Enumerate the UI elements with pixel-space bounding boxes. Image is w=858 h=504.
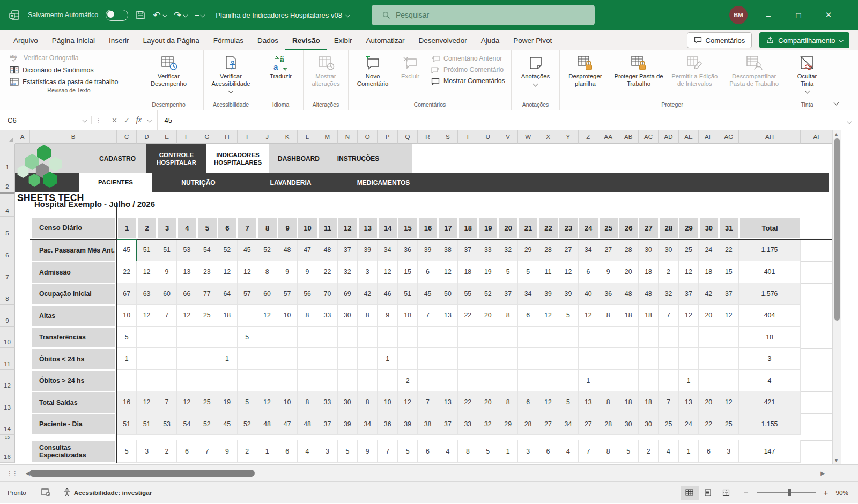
zoom-in-button[interactable]: + xyxy=(822,488,836,497)
row-header-16[interactable]: 16 xyxy=(0,440,15,463)
cell[interactable]: 32 xyxy=(498,239,518,261)
cell[interactable]: 12 xyxy=(558,261,578,283)
cell[interactable] xyxy=(157,370,177,391)
allow-edit-ranges-button[interactable]: Permitir a Edição de Intervalos xyxy=(667,53,722,88)
cell[interactable]: 45 xyxy=(238,239,257,261)
cell[interactable]: 36 xyxy=(398,239,418,261)
cell[interactable] xyxy=(197,348,217,370)
cell[interactable]: 28 xyxy=(538,239,558,261)
enter-icon[interactable]: ✓ xyxy=(124,116,130,124)
cell[interactable]: 53 xyxy=(157,413,177,435)
cell[interactable] xyxy=(257,370,277,391)
cell[interactable] xyxy=(277,370,297,391)
cell[interactable] xyxy=(659,327,678,348)
cell[interactable]: 22 xyxy=(699,413,719,435)
cell[interactable]: 2 xyxy=(398,370,418,391)
column-header-M[interactable]: M xyxy=(317,130,337,144)
cell[interactable]: 48 xyxy=(298,413,317,435)
tab-arquivo[interactable]: Arquivo xyxy=(6,30,45,50)
cell[interactable]: 8 xyxy=(298,391,317,413)
cell[interactable] xyxy=(197,370,217,391)
cell[interactable]: 20 xyxy=(478,391,498,413)
autosave-toggle[interactable] xyxy=(106,10,128,21)
cell[interactable] xyxy=(518,348,538,370)
row-header-15[interactable]: 15 xyxy=(0,435,15,440)
day-header-cell[interactable]: 21 xyxy=(519,218,537,238)
row-header-4[interactable]: 4 xyxy=(0,192,15,217)
day-header-cell[interactable]: 11 xyxy=(319,218,337,238)
cell[interactable]: 27 xyxy=(538,413,558,435)
row-header-14[interactable]: 14 xyxy=(0,413,15,435)
name-box[interactable]: C6 xyxy=(0,110,91,130)
cell[interactable]: 9 xyxy=(277,261,297,283)
maximize-button[interactable]: □ xyxy=(785,0,812,30)
row-header-2[interactable]: 2 xyxy=(0,173,15,192)
cell[interactable]: 7 xyxy=(418,391,438,413)
cell[interactable] xyxy=(358,348,378,370)
cell[interactable]: 5 xyxy=(117,327,137,348)
cell[interactable]: 2 xyxy=(238,440,257,463)
cell[interactable]: 28 xyxy=(598,413,618,435)
cell[interactable] xyxy=(679,327,699,348)
cell[interactable]: 13 xyxy=(177,261,197,283)
cell[interactable] xyxy=(538,370,558,391)
cell[interactable]: 32 xyxy=(659,283,678,305)
cell[interactable]: 5 xyxy=(518,261,538,283)
cell[interactable]: 6 xyxy=(518,391,538,413)
cell[interactable]: 52 xyxy=(257,239,277,261)
day-header-cell[interactable]: 16 xyxy=(419,218,437,238)
cell[interactable]: 5 xyxy=(398,440,418,463)
cell[interactable]: 12 xyxy=(217,261,237,283)
cell[interactable] xyxy=(458,348,478,370)
day-header-cell[interactable]: 22 xyxy=(539,218,557,238)
search-box[interactable]: Pesquisar xyxy=(372,5,595,25)
cell[interactable] xyxy=(458,327,478,348)
cell[interactable]: 39 xyxy=(558,283,578,305)
cell[interactable] xyxy=(398,327,418,348)
cell[interactable]: 3 xyxy=(518,440,538,463)
row-header-11[interactable]: 11 xyxy=(0,348,15,370)
redo-icon[interactable]: ↷ xyxy=(174,10,187,21)
selected-cell[interactable]: 45 xyxy=(117,239,137,261)
cell[interactable]: 19 xyxy=(478,261,498,283)
cell[interactable] xyxy=(157,348,177,370)
protect-workbook-button[interactable]: Proteger Pasta de Trabalho xyxy=(612,53,665,88)
cell[interactable]: 27 xyxy=(579,413,598,435)
cell[interactable]: 8 xyxy=(358,305,378,327)
day-header-cell[interactable]: 25 xyxy=(600,218,618,238)
cell[interactable]: 18 xyxy=(618,305,638,327)
column-header-U[interactable]: U xyxy=(478,130,498,144)
row-header-5[interactable]: 5 xyxy=(0,217,15,239)
cell[interactable]: 1 xyxy=(579,370,598,391)
cell[interactable] xyxy=(338,327,358,348)
cell[interactable]: 48 xyxy=(317,239,337,261)
cell[interactable]: 6 xyxy=(418,261,438,283)
horizontal-scrollbar[interactable]: ⋮⋮ ◀ ▶ xyxy=(0,464,858,481)
cell[interactable]: 45 xyxy=(418,283,438,305)
cell[interactable]: 20 xyxy=(478,305,498,327)
day-header-cell[interactable]: 8 xyxy=(258,218,276,238)
cell[interactable] xyxy=(618,348,638,370)
cell[interactable]: 12 xyxy=(137,305,157,327)
nav-tab-0[interactable]: CADASTRO xyxy=(83,144,152,173)
cell[interactable]: 1 xyxy=(378,348,397,370)
tab-desenvolvedor[interactable]: Desenvolvedor xyxy=(412,30,474,50)
cell[interactable]: 51 xyxy=(398,283,418,305)
cell[interactable]: 9 xyxy=(358,440,378,463)
cell[interactable]: 54 xyxy=(177,413,197,435)
zoom-slider[interactable] xyxy=(757,492,816,493)
day-header-cell[interactable]: 2 xyxy=(138,218,156,238)
check-accessibility-button[interactable]: Verificar Acessibilidade xyxy=(204,53,258,94)
column-header-I[interactable]: I xyxy=(238,130,257,144)
day-header-cell[interactable]: 30 xyxy=(700,218,718,238)
cell[interactable]: 50 xyxy=(438,283,458,305)
zoom-level[interactable]: 90% xyxy=(835,489,858,496)
cell[interactable]: 28 xyxy=(518,413,538,435)
cell[interactable] xyxy=(317,327,337,348)
column-header-T[interactable]: T xyxy=(458,130,478,144)
cell[interactable]: 34 xyxy=(518,283,538,305)
row-header-13[interactable]: 13 xyxy=(0,391,15,413)
day-header-cell[interactable]: 9 xyxy=(278,218,297,238)
cell[interactable]: 22 xyxy=(458,391,478,413)
column-header-F[interactable]: F xyxy=(177,130,197,144)
